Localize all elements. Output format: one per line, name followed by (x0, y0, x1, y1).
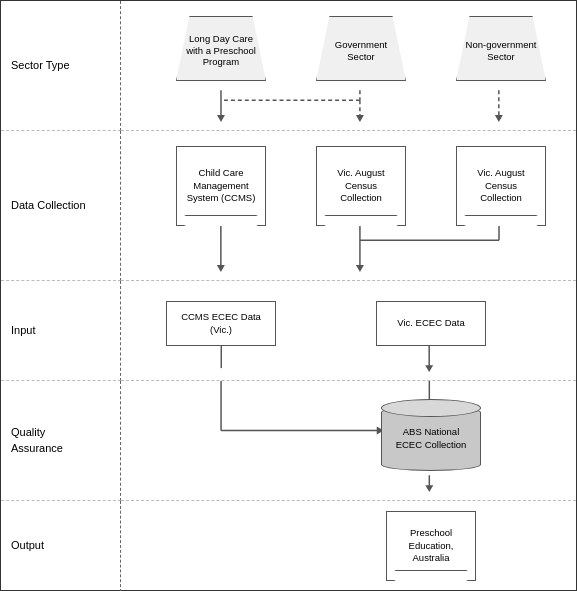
rect-vic-data: Vic. ECEC Data (376, 301, 486, 346)
doc-vic1: Vic. August Census Collection (316, 146, 406, 226)
diagram-container: Sector Type Long Day Care with a Prescho… (0, 0, 577, 591)
sector-content: Long Day Care with a Preschool Program G… (121, 1, 576, 131)
svg-marker-9 (217, 265, 225, 272)
label-sector-type: Sector Type (1, 1, 121, 131)
quality-content: ABS National ECEC Collection (121, 381, 576, 501)
svg-marker-16 (425, 365, 433, 372)
svg-marker-13 (356, 265, 364, 272)
cylinder-abs: ABS National ECEC Collection (381, 406, 481, 471)
doc-preschool: Preschool Education, Australia (386, 511, 476, 581)
input-content: CCMS ECEC Data (Vic.) Vic. ECEC Data (121, 281, 576, 381)
rect-ccms-data: CCMS ECEC Data (Vic.) (166, 301, 276, 346)
doc-vic2: Vic. August Census Collection (456, 146, 546, 226)
svg-marker-7 (495, 115, 503, 122)
doc-ccms: Child Care Management System (CCMS) (176, 146, 266, 226)
label-input: Input (1, 281, 121, 381)
label-output: Output (1, 501, 121, 591)
label-data-collection: Data Collection (1, 131, 121, 281)
trapezoid-nongovernment: Non-government Sector (456, 16, 546, 81)
label-quality: Quality Assurance (1, 381, 121, 501)
output-content: Preschool Education, Australia (121, 501, 576, 591)
svg-marker-23 (425, 485, 433, 492)
svg-marker-1 (217, 115, 225, 122)
datacoll-content: Child Care Management System (CCMS) Vic.… (121, 131, 576, 281)
trapezoid-longdaycare: Long Day Care with a Preschool Program (176, 16, 266, 81)
svg-marker-5 (356, 115, 364, 122)
trapezoid-government: Government Sector (316, 16, 406, 81)
